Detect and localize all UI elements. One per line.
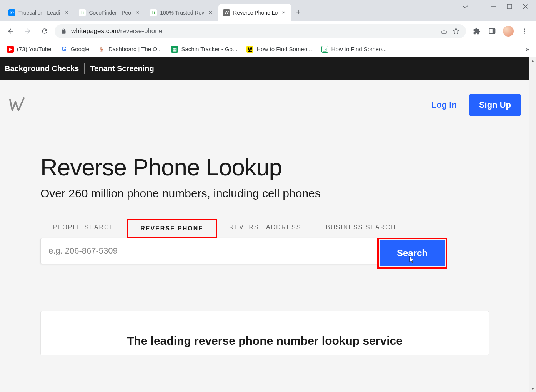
bookmark-how-to-find-1[interactable]: W How to Find Someo... [246,46,312,53]
tab-truecaller[interactable]: ✆ Truecaller - Leadi × [4,4,74,21]
bookmark-google[interactable]: G Google [61,46,89,53]
tab-title: CocoFinder - Peo [89,10,131,16]
bookmark-sachin-tracker[interactable]: ▦ Sachin Tracker - Go... [171,46,237,53]
bookmarks-bar: ▶ (73) YouTube G Google 🦌 Dashboard | Th… [0,41,536,57]
new-tab-button[interactable]: + [291,5,305,20]
profile-avatar[interactable] [503,26,514,37]
svg-rect-1 [507,4,512,9]
cursor-icon [409,255,415,263]
scroll-down-button[interactable]: ▼ [529,385,536,392]
bookmark-star-icon[interactable] [452,27,460,35]
tab-title: 100% Trusted Rev [160,10,204,16]
info-card-title: The leading reverse phone number lookup … [56,334,473,347]
tab-reverse-phone[interactable]: REVERSE PHONE [127,219,217,238]
window-controls [454,0,536,14]
tab-search-icon[interactable] [462,4,468,10]
tab-business-search[interactable]: BUSINESS SEARCH [313,219,408,238]
bookmark-label: Sachin Tracker - Go... [181,46,237,52]
side-panel-icon[interactable] [488,27,497,36]
extensions-icon[interactable] [472,27,481,36]
close-icon[interactable]: × [63,10,69,16]
menu-icon[interactable] [520,27,529,36]
maximize-button[interactable] [507,4,512,10]
background-checks-link[interactable]: Background Checks [5,64,79,73]
tabs-container: ✆ Truecaller - Leadi × fi CocoFinder - P… [4,4,305,21]
scroll-up-button[interactable]: ▲ [529,57,536,64]
search-box: Search [40,238,447,269]
close-icon[interactable]: × [281,10,287,16]
svg-point-5 [524,31,525,32]
phone-icon: ✆ [8,9,15,16]
back-button[interactable] [4,24,18,38]
tab-people-search[interactable]: PEOPLE SEARCH [40,219,127,238]
content-area: Background Checks Tenant Screening Log I… [0,57,536,392]
svg-point-6 [524,33,525,34]
bookmark-label: (73) YouTube [17,46,52,52]
divider [84,63,85,74]
reload-button[interactable] [38,24,52,38]
phone-search-input[interactable] [40,238,377,264]
fi-icon: fi [150,9,157,16]
search-button-highlight: Search [377,238,447,269]
tenant-screening-link[interactable]: Tenant Screening [90,64,154,73]
bookmark-label: Dashboard | The O... [108,46,162,52]
address-bar: whitepages.com/reverse-phone [0,21,536,41]
forward-button[interactable] [21,24,35,38]
w-icon: W [223,9,230,16]
search-tabs: PEOPLE SEARCH REVERSE PHONE REVERSE ADDR… [40,219,529,238]
tab-title: Reverse Phone Lo [233,10,278,16]
close-icon[interactable]: × [134,10,140,16]
whitepages-logo[interactable] [8,97,25,113]
bookmarks-overflow[interactable]: » [526,46,529,52]
close-window-button[interactable] [523,4,528,10]
bookmark-label: How to Find Someo... [256,46,312,52]
youtube-icon: ▶ [7,46,14,53]
info-card: The leading reverse phone number lookup … [40,311,489,355]
fi-icon: fi [79,9,86,16]
vertical-scrollbar[interactable]: ▲ ▼ [529,57,536,392]
minimize-button[interactable] [491,4,496,10]
tab-100trusted[interactable]: fi 100% Trusted Rev × [145,4,218,21]
login-link[interactable]: Log In [431,100,457,110]
browser-tab-strip: ✆ Truecaller - Leadi × fi CocoFinder - P… [0,0,536,21]
tab-title: Truecaller - Leadi [18,10,60,16]
doc-icon: ◳ [321,46,328,53]
page-content: Background Checks Tenant Screening Log I… [0,57,529,392]
deer-icon: 🦌 [98,46,105,53]
url-input[interactable]: whitepages.com/reverse-phone [55,24,466,38]
signup-button[interactable]: Sign Up [469,94,521,116]
svg-rect-3 [493,28,495,33]
page-subtitle: Over 260 million phone numbers, includin… [40,187,529,200]
svg-point-4 [524,28,525,30]
tab-cocofinder[interactable]: fi CocoFinder - Peo × [74,4,145,21]
site-header: Log In Sign Up [0,80,529,130]
share-icon[interactable] [441,28,448,35]
url-path: /reverse-phone [118,27,162,35]
lock-icon [61,28,67,34]
bookmark-label: How to Find Someo... [331,46,387,52]
main-content: Reverse Phone Lookup Over 260 million ph… [0,130,529,392]
scroll-track[interactable] [529,64,536,385]
google-icon: G [61,46,68,53]
extension-icons [469,26,532,37]
bookmark-label: Google [71,46,89,52]
url-host: whitepages.com [71,27,118,35]
w-icon: W [246,46,253,53]
top-black-bar: Background Checks Tenant Screening [0,57,529,80]
search-button[interactable]: Search [380,240,445,266]
tab-reverse-address[interactable]: REVERSE ADDRESS [217,219,313,238]
bookmark-youtube[interactable]: ▶ (73) YouTube [7,46,52,53]
bookmark-dashboard[interactable]: 🦌 Dashboard | The O... [98,46,162,53]
bookmark-how-to-find-2[interactable]: ◳ How to Find Someo... [321,46,387,53]
page-title: Reverse Phone Lookup [40,153,529,181]
sheets-icon: ▦ [171,46,178,53]
close-icon[interactable]: × [207,10,213,16]
tab-whitepages[interactable]: W Reverse Phone Lo × [218,4,291,21]
